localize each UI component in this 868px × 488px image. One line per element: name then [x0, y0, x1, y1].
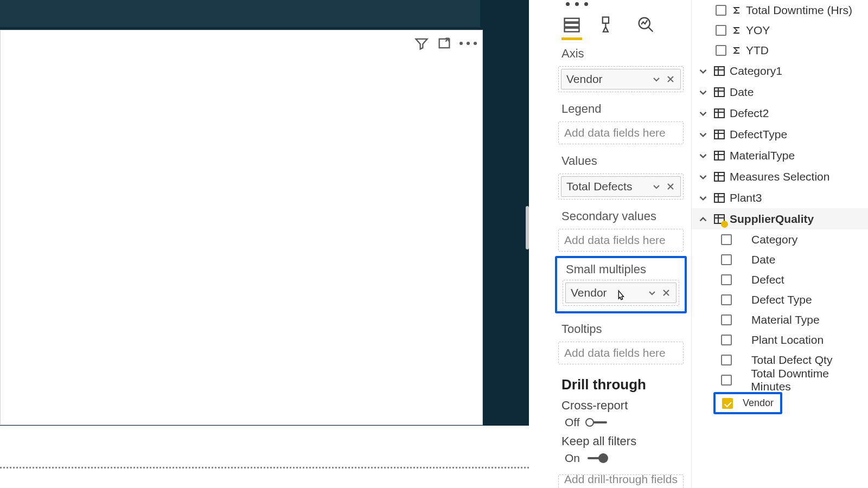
field-row[interactable]: Defect	[692, 269, 868, 290]
field-label: YTD	[746, 44, 769, 57]
chevron-down-icon[interactable]	[651, 74, 662, 85]
cross-report-label: Cross-report	[551, 393, 691, 413]
field-row[interactable]: Material Type	[692, 310, 868, 330]
fields-tab-icon[interactable]	[561, 15, 582, 34]
field-row[interactable]: Date	[692, 249, 868, 269]
field-row[interactable]: Category	[692, 229, 868, 249]
measure-icon	[731, 45, 742, 56]
svg-rect-13	[714, 215, 724, 223]
chevron-down-icon[interactable]	[651, 181, 662, 192]
table-row[interactable]: MaterialType	[692, 145, 868, 166]
field-row[interactable]: YOY	[692, 20, 868, 40]
chevron-down-icon	[697, 86, 709, 98]
cross-report-toggle[interactable]	[585, 416, 608, 428]
checkbox[interactable]	[721, 335, 732, 345]
field-label: Total Downtime (Hrs)	[746, 4, 852, 17]
measure-icon	[731, 5, 742, 16]
legend-well[interactable]: Add data fields here	[558, 121, 684, 144]
secondary-values-well[interactable]: Add data fields here	[558, 229, 684, 252]
small-multiples-field-chip[interactable]: Vendor	[565, 282, 676, 303]
table-row[interactable]: Defect2	[692, 102, 868, 124]
chevron-down-icon	[697, 129, 709, 140]
drill-through-fields-well[interactable]: Add drill-through fields here	[558, 474, 684, 488]
visualizations-panel: Axis Vendor Legend Add data fields here …	[551, 0, 692, 488]
field-row-highlighted[interactable]: Vendor	[713, 392, 782, 414]
keep-all-filters-state: On	[565, 452, 580, 465]
field-label: YOY	[746, 24, 770, 37]
svg-rect-12	[714, 194, 724, 202]
focus-mode-icon[interactable]	[437, 36, 452, 51]
table-row[interactable]: Measures Selection	[692, 166, 868, 187]
table-row[interactable]: Date	[692, 81, 868, 102]
table-row[interactable]: Plant3	[692, 187, 868, 208]
table-icon	[713, 107, 725, 119]
checkbox[interactable]	[716, 25, 726, 36]
checkbox[interactable]	[722, 398, 733, 409]
table-label: Category1	[730, 65, 782, 78]
values-field-chip[interactable]: Total Defects	[561, 176, 681, 197]
remove-field-icon[interactable]	[665, 181, 676, 192]
field-row[interactable]: Defect Type	[692, 290, 868, 310]
chevron-down-icon[interactable]	[647, 287, 658, 298]
remove-field-icon[interactable]	[661, 287, 672, 298]
keep-all-filters-toggle[interactable]	[585, 452, 608, 464]
active-tab-underline	[561, 37, 582, 40]
field-label: Date	[751, 253, 775, 266]
chevron-down-icon	[697, 150, 709, 162]
splitter-handle[interactable]	[526, 206, 529, 249]
svg-rect-4	[603, 17, 609, 23]
values-well-label: Values	[551, 149, 691, 171]
field-row[interactable]: Total Downtime (Hrs)	[692, 0, 868, 20]
checkbox[interactable]	[716, 5, 726, 16]
report-page-header-strip	[0, 0, 480, 27]
table-supplierquality[interactable]: SupplierQuality	[692, 208, 868, 229]
checkbox[interactable]	[721, 294, 732, 305]
svg-rect-10	[714, 151, 724, 160]
field-label: Total Defect Qty	[751, 354, 832, 367]
checkbox[interactable]	[716, 45, 726, 56]
svg-rect-0	[439, 39, 450, 48]
filter-icon[interactable]	[414, 36, 429, 51]
field-row[interactable]: Plant Location	[692, 330, 868, 350]
checkbox[interactable]	[721, 355, 732, 365]
table-label: Date	[730, 86, 754, 99]
field-row[interactable]: YTD	[692, 40, 868, 60]
table-icon	[713, 129, 725, 140]
checkbox[interactable]	[721, 375, 732, 386]
table-row[interactable]: Category1	[692, 60, 868, 81]
panel-more-icon[interactable]	[551, 0, 691, 6]
axis-well[interactable]: Vendor	[558, 66, 684, 92]
chevron-up-icon	[697, 213, 709, 225]
small-multiples-field-text: Vendor	[571, 286, 647, 299]
visual-container[interactable]	[0, 30, 483, 425]
table-icon	[713, 86, 725, 98]
svg-rect-1	[565, 18, 579, 22]
checkbox[interactable]	[721, 314, 732, 325]
report-canvas-area	[0, 0, 529, 478]
table-icon	[713, 171, 725, 183]
field-label: Defect Type	[751, 293, 812, 306]
tooltips-well[interactable]: Add data fields here	[558, 342, 684, 364]
values-well[interactable]: Total Defects	[558, 174, 684, 200]
svg-rect-2	[565, 23, 579, 27]
table-row[interactable]: DefectType	[692, 124, 868, 145]
field-row[interactable]: Total Downtime Minutes	[692, 370, 868, 390]
axis-field-text: Vendor	[566, 73, 651, 86]
table-label: Defect2	[730, 107, 769, 120]
format-tab-icon[interactable]	[598, 15, 619, 34]
table-icon	[713, 150, 725, 162]
checkbox[interactable]	[721, 254, 732, 265]
remove-field-icon[interactable]	[665, 74, 676, 85]
analytics-tab-icon[interactable]	[635, 15, 656, 34]
chevron-down-icon	[697, 171, 709, 183]
small-multiples-well[interactable]: Vendor	[563, 280, 679, 306]
legend-well-label: Legend	[551, 97, 691, 119]
table-icon	[713, 192, 725, 204]
more-options-icon[interactable]	[459, 42, 477, 45]
checkbox[interactable]	[721, 274, 732, 285]
svg-rect-8	[714, 109, 724, 118]
checkbox[interactable]	[721, 234, 732, 245]
fields-panel: Total Downtime (Hrs) YOY YTD Category1 D…	[692, 0, 868, 488]
table-label: Measures Selection	[730, 170, 829, 183]
axis-field-chip[interactable]: Vendor	[561, 69, 681, 89]
